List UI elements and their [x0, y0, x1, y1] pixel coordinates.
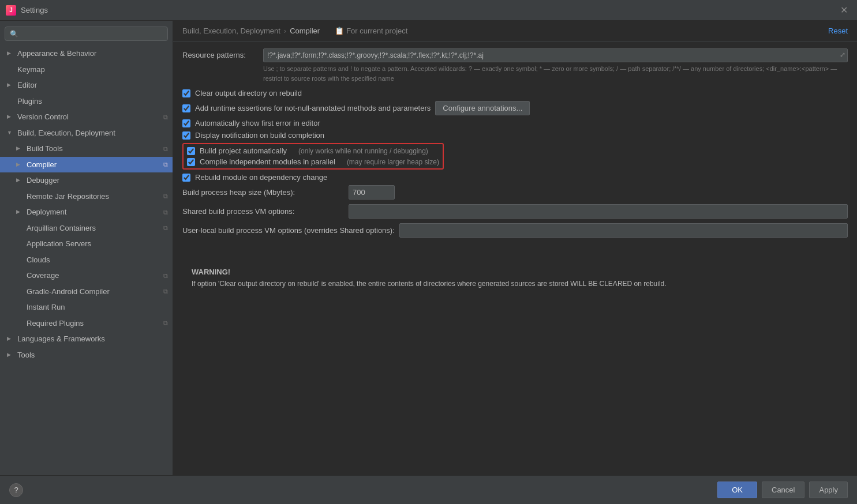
search-input[interactable]	[22, 29, 163, 38]
arrow-spacer	[16, 224, 23, 232]
shared-vm-input[interactable]	[349, 204, 848, 219]
action-buttons: OK Cancel Apply	[717, 482, 848, 498]
copy-icon: ⧉	[163, 144, 168, 154]
sidebar-item-debugger[interactable]: ▶ Debugger	[0, 172, 173, 189]
auto-show-row: Automatically show first error in editor	[182, 119, 848, 127]
sidebar-item-remote-jar[interactable]: Remote Jar Repositories ⧉	[0, 189, 173, 205]
arrow-icon: ▶	[16, 145, 23, 153]
warning-box: WARNING! If option 'Clear output directo…	[182, 261, 848, 296]
breadcrumb-current: Compiler	[290, 27, 320, 35]
clear-output-label[interactable]: Clear output directory on rebuild	[182, 89, 302, 97]
cancel-button[interactable]: Cancel	[762, 482, 804, 498]
sidebar-item-keymap[interactable]: Keymap	[0, 62, 173, 78]
warning-title: WARNING!	[192, 268, 839, 276]
sidebar-item-plugins[interactable]: Plugins	[0, 93, 173, 110]
resource-input-wrap: ⤢ Use ; to separate patterns and ! to ne…	[263, 48, 848, 83]
add-runtime-checkbox[interactable]	[182, 104, 190, 112]
apply-button[interactable]: Apply	[809, 482, 848, 498]
window-title: Settings	[21, 6, 48, 14]
arrow-icon: ▶	[7, 335, 14, 343]
auto-show-checkbox[interactable]	[182, 119, 190, 127]
help-button[interactable]: ?	[9, 483, 23, 497]
copy-icon: ⧉	[163, 191, 168, 201]
compile-parallel-checkbox[interactable]	[187, 158, 195, 166]
sidebar-item-gradle-android[interactable]: Gradle-Android Compiler ⧉	[0, 284, 173, 300]
breadcrumb-separator: ›	[284, 27, 286, 35]
highlighted-checkboxes-box: Build project automatically (only works …	[182, 143, 444, 170]
sidebar-item-clouds[interactable]: Clouds	[0, 252, 173, 268]
content-area: Build, Execution, Deployment › Compiler …	[173, 21, 857, 475]
search-box[interactable]: 🔍	[5, 27, 168, 41]
build-auto-checkbox[interactable]	[187, 147, 195, 155]
add-runtime-text: Add runtime assertions for not-null-anno…	[195, 104, 431, 112]
arrow-spacer	[16, 303, 23, 311]
sidebar-item-required-plugins[interactable]: Required Plugins ⧉	[0, 315, 173, 332]
sidebar-item-build-exec[interactable]: ▼ Build, Execution, Deployment	[0, 125, 173, 141]
rebuild-module-label[interactable]: Rebuild module on dependency change	[182, 173, 327, 182]
resource-patterns-input[interactable]	[263, 48, 848, 62]
app-icon: J	[6, 5, 16, 16]
content-body: Resource patterns: ⤢ Use ; to separate p…	[173, 42, 857, 303]
display-notification-label[interactable]: Display notification on build completion	[182, 131, 324, 140]
sidebar-item-editor[interactable]: ▶ Editor	[0, 77, 173, 93]
copy-icon: ⧉	[163, 287, 168, 296]
arrow-spacer	[16, 288, 23, 296]
clear-output-text: Clear output directory on rebuild	[195, 89, 302, 97]
sidebar-item-app-servers[interactable]: Application Servers	[0, 236, 173, 252]
add-runtime-row: Add runtime assertions for not-null-anno…	[182, 101, 848, 115]
configure-annotations-button[interactable]: Configure annotations...	[435, 101, 530, 115]
arrow-icon: ▶	[16, 176, 23, 185]
heap-size-input[interactable]	[349, 185, 395, 200]
clear-output-checkbox[interactable]	[182, 89, 190, 97]
sidebar-item-label: Gradle-Android Compiler	[27, 286, 110, 298]
sidebar-item-label: Debugger	[27, 175, 59, 186]
add-runtime-label[interactable]: Add runtime assertions for not-null-anno…	[182, 104, 431, 112]
user-vm-input[interactable]	[399, 223, 848, 238]
arrow-icon: ▶	[7, 50, 14, 58]
auto-show-text: Automatically show first error in editor	[195, 119, 320, 127]
sidebar-item-label: Build, Execution, Deployment	[17, 127, 115, 139]
resource-hint: Use ; to separate patterns and ! to nega…	[263, 64, 848, 83]
sidebar-item-tools[interactable]: ▶ Tools	[0, 347, 173, 363]
arrow-icon: ▶	[7, 113, 14, 121]
sidebar-item-label: Instant Run	[27, 302, 65, 313]
sidebar-item-label: Required Plugins	[27, 318, 84, 329]
shared-vm-label: Shared build process VM options:	[182, 207, 344, 216]
sidebar-item-coverage[interactable]: Coverage ⧉	[0, 268, 173, 284]
close-button[interactable]: ✕	[837, 3, 851, 17]
reset-button[interactable]: Reset	[828, 27, 848, 35]
rebuild-module-text: Rebuild module on dependency change	[195, 173, 327, 182]
copy-icon: ⧉	[163, 160, 168, 170]
sidebar-item-label: Languages & Frameworks	[17, 333, 105, 345]
arrow-icon: ▶	[16, 161, 23, 169]
copy-icon: ⧉	[163, 271, 168, 281]
compile-parallel-row: Compile independent modules in parallel …	[187, 157, 439, 166]
sidebar-item-build-tools[interactable]: ▶ Build Tools ⧉	[0, 141, 173, 157]
sidebar-item-instant-run[interactable]: Instant Run	[0, 299, 173, 315]
heap-size-label: Build process heap size (Mbytes):	[182, 188, 344, 197]
auto-show-label[interactable]: Automatically show first error in editor	[182, 119, 320, 127]
sidebar-item-label: Clouds	[27, 254, 50, 266]
sidebar-item-label: Compiler	[27, 159, 57, 171]
arrow-spacer	[16, 272, 23, 280]
sidebar-item-arquillian[interactable]: Arquillian Containers ⧉	[0, 220, 173, 236]
build-auto-note: (only works while not running / debuggin…	[298, 147, 428, 155]
arrow-spacer	[16, 240, 23, 248]
arrow-icon: ▶	[7, 81, 14, 89]
compile-parallel-label[interactable]: Compile independent modules in parallel	[187, 157, 335, 166]
ok-button[interactable]: OK	[717, 482, 757, 498]
sidebar-item-languages[interactable]: ▶ Languages & Frameworks	[0, 331, 173, 347]
bottom-bar: ? OK Cancel Apply	[0, 475, 857, 504]
sidebar-item-compiler[interactable]: ▶ Compiler ⧉	[0, 157, 173, 173]
arrow-spacer	[7, 97, 14, 106]
display-notification-checkbox[interactable]	[182, 131, 190, 140]
copy-icon: ⧉	[163, 208, 168, 217]
compile-parallel-text: Compile independent modules in parallel	[200, 157, 335, 166]
copy-icon: ⧉	[163, 223, 168, 233]
display-notification-text: Display notification on build completion	[195, 131, 324, 140]
build-auto-label[interactable]: Build project automatically	[187, 146, 287, 155]
sidebar-item-version-control[interactable]: ▶ Version Control ⧉	[0, 109, 173, 125]
rebuild-module-checkbox[interactable]	[182, 174, 190, 182]
sidebar-item-deployment[interactable]: ▶ Deployment ⧉	[0, 204, 173, 220]
sidebar-item-appearance[interactable]: ▶ Appearance & Behavior	[0, 46, 173, 62]
